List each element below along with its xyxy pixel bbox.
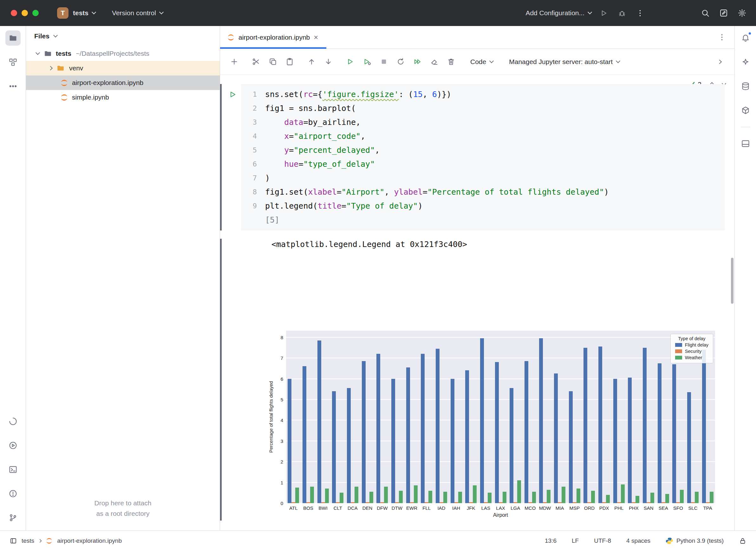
- bar: [569, 391, 573, 503]
- tab-airport-exploration[interactable]: airport-exploration.ipynb ×: [220, 26, 326, 48]
- cut-cell-button[interactable]: [250, 55, 262, 68]
- ai-assistant-button[interactable]: [738, 54, 753, 70]
- move-cell-up-button[interactable]: [305, 55, 318, 68]
- tree-item-simple[interactable]: simple.ipynb: [26, 90, 220, 105]
- jupyter-server-selector[interactable]: Managed Jupyter server: auto-start: [509, 58, 620, 66]
- code-cell[interactable]: 1sns.set(rc={'figure.figsize': (15, 6)})…: [241, 84, 725, 230]
- y-tick-label: 5: [281, 397, 283, 402]
- bar-group: [582, 348, 597, 503]
- bar: [636, 496, 639, 503]
- bar: [303, 366, 306, 503]
- run-configuration-selector[interactable]: Add Configuration...: [525, 9, 592, 17]
- files-panel-header[interactable]: Files: [26, 26, 220, 46]
- breadcrumb-file[interactable]: airport-exploration.ipynb: [57, 537, 122, 544]
- git-tool-button[interactable]: [5, 510, 21, 525]
- move-cell-down-button[interactable]: [322, 55, 335, 68]
- settings-gear-icon[interactable]: [738, 9, 746, 17]
- bar: [351, 502, 355, 503]
- python-icon: [666, 537, 673, 545]
- run-cell-button[interactable]: [344, 55, 356, 68]
- bar: [295, 488, 299, 503]
- project-tool-button[interactable]: [5, 30, 21, 46]
- bar: [672, 364, 676, 503]
- bar: [321, 502, 325, 503]
- run-cell-gutter-button[interactable]: [228, 90, 237, 100]
- y-tick-label: 4: [281, 418, 283, 423]
- lock-icon[interactable]: [739, 537, 746, 545]
- bar-group: [493, 362, 508, 503]
- window-minimize-button[interactable]: [22, 10, 28, 16]
- window-close-button[interactable]: [11, 10, 17, 16]
- copy-cell-button[interactable]: [266, 55, 279, 68]
- search-icon[interactable]: [701, 9, 710, 17]
- editor-scrollbar[interactable]: [731, 258, 734, 304]
- window-zoom-button[interactable]: [32, 10, 39, 16]
- bar: [410, 502, 414, 503]
- clear-outputs-button[interactable]: [428, 55, 440, 68]
- terminal-tool-button[interactable]: [5, 462, 21, 477]
- x-tick-label: LGA: [508, 505, 523, 511]
- more-options-icon[interactable]: [636, 9, 644, 17]
- stop-kernel-button[interactable]: [377, 55, 390, 68]
- project-menu[interactable]: tests: [73, 9, 95, 17]
- more-tool-windows-button[interactable]: [5, 79, 21, 94]
- y-tick-label: 7: [281, 356, 283, 361]
- tree-item-airport-exploration[interactable]: airport-exploration.ipynb: [26, 75, 220, 90]
- bar: [710, 492, 714, 503]
- indent-selector[interactable]: 4 spaces: [626, 537, 650, 544]
- x-tick-label: IAH: [449, 505, 464, 511]
- y-axis-label: Percentage of total flights delayed: [266, 331, 275, 503]
- code-lines: 1sns.set(rc={'figure.figsize': (15, 6)})…: [241, 87, 725, 227]
- structure-tool-button[interactable]: [5, 54, 21, 70]
- tree-item-venv[interactable]: venv: [26, 61, 220, 75]
- bar-group: [360, 361, 375, 503]
- bar: [680, 490, 684, 503]
- problems-tool-button[interactable]: [5, 486, 21, 501]
- bar-group: [434, 349, 449, 503]
- bar: [395, 502, 399, 503]
- breadcrumb-root[interactable]: tests: [22, 537, 34, 544]
- chevron-down-icon: [92, 10, 96, 14]
- bar: [591, 491, 595, 503]
- services-tool-button[interactable]: [5, 438, 21, 453]
- toolbar-overflow-chevron[interactable]: [717, 59, 722, 64]
- encoding-selector[interactable]: UTF-8: [594, 537, 611, 544]
- version-control-menu[interactable]: Version control: [112, 9, 163, 17]
- eraser-icon: [430, 57, 439, 66]
- code-text: ): [265, 171, 270, 185]
- cursor-position[interactable]: 13:6: [545, 537, 556, 544]
- add-cell-button[interactable]: [228, 55, 240, 68]
- bar: [617, 502, 621, 503]
- run-icon: [346, 57, 355, 66]
- interpreter-selector[interactable]: Python 3.9 (tests): [666, 537, 724, 545]
- packages-tool-button[interactable]: [738, 103, 753, 118]
- delete-cell-button[interactable]: [445, 55, 457, 68]
- run-button-icon[interactable]: [600, 9, 608, 17]
- x-tick-label: SEA: [656, 505, 671, 511]
- play-circle-icon: [9, 441, 17, 450]
- layout-tool-button[interactable]: [738, 136, 753, 151]
- line-number: 6: [241, 157, 257, 171]
- x-tick-label: BWI: [316, 505, 330, 511]
- y-tick-label: 6: [281, 376, 283, 382]
- kernel-status-button[interactable]: [5, 414, 21, 429]
- edit-icon[interactable]: [719, 9, 728, 17]
- tree-root-tests[interactable]: tests ~/DataspellProjects/tests: [26, 46, 220, 61]
- database-tool-button[interactable]: [738, 79, 753, 94]
- x-tick-label: BOS: [301, 505, 316, 511]
- debug-button-icon[interactable]: [618, 9, 626, 17]
- line-ending-selector[interactable]: LF: [572, 537, 579, 544]
- bar: [336, 502, 340, 503]
- run-debug-icon: [363, 57, 371, 66]
- run-all-cells-button[interactable]: [411, 55, 424, 68]
- paste-cell-button[interactable]: [283, 55, 296, 68]
- x-tick-label: MIA: [552, 505, 567, 511]
- tab-options-icon[interactable]: [718, 33, 726, 42]
- run-debug-cell-button[interactable]: [361, 55, 373, 68]
- notifications-button[interactable]: [738, 30, 753, 46]
- restart-kernel-button[interactable]: [394, 55, 407, 68]
- tab-close-icon[interactable]: ×: [314, 34, 318, 41]
- bar: [292, 502, 295, 503]
- execution-count-row: [5]: [241, 213, 725, 227]
- cell-type-selector[interactable]: Code: [470, 58, 493, 66]
